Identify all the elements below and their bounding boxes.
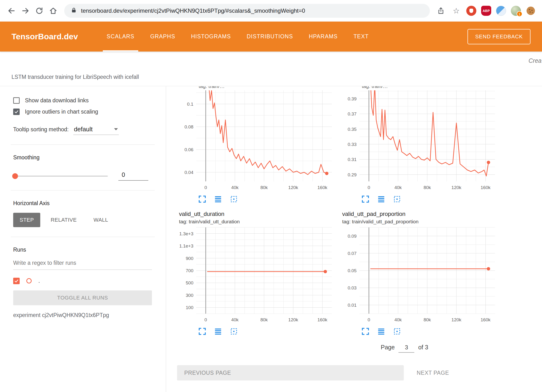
- svg-text:160k: 160k: [481, 317, 491, 322]
- svg-text:120k: 120k: [288, 317, 298, 322]
- chart-cell-top-left: tag: train/… 0.040.060.080.1040k80k120k1…: [177, 86, 340, 204]
- back-icon[interactable]: [6, 6, 17, 16]
- svg-text:0: 0: [204, 317, 207, 322]
- fit-domain-icon[interactable]: [393, 327, 401, 335]
- svg-text:0.39: 0.39: [348, 96, 357, 101]
- chart-canvas[interactable]: 1003005007009001.1e+31.3e+3040k80k120k16…: [177, 226, 335, 324]
- chart-cell-top-right: tag: train/… 0.290.310.330.350.370.39040…: [340, 86, 503, 204]
- tab-graphs[interactable]: GRAPHS: [150, 22, 176, 52]
- profile-avatar[interactable]: 1: [511, 6, 521, 16]
- home-icon[interactable]: [48, 6, 58, 16]
- fit-domain-icon[interactable]: [230, 195, 238, 203]
- settings-sidebar: Show data download links Ignore outliers…: [0, 86, 166, 392]
- show-download-links-label: Show data download links: [25, 97, 89, 104]
- tab-histograms[interactable]: HISTOGRAMS: [190, 22, 231, 52]
- smoothing-slider[interactable]: [13, 176, 108, 177]
- cookie-icon[interactable]: [526, 6, 536, 16]
- chevron-down-icon: [114, 128, 118, 130]
- horizontal-axis-label: Horizontal Axis: [13, 200, 152, 207]
- ignore-outliers-checkbox[interactable]: [13, 109, 20, 115]
- svg-text:40k: 40k: [231, 185, 239, 190]
- tab-text[interactable]: TEXT: [353, 22, 369, 52]
- page-number-input[interactable]: [398, 344, 414, 353]
- ignore-outliers-label: Ignore outliers in chart scaling: [25, 109, 98, 115]
- svg-text:0.37: 0.37: [348, 111, 357, 116]
- url-text[interactable]: tensorboard.dev/experiment/cj2vtPiwQHKN9…: [81, 7, 305, 14]
- expand-chart-icon[interactable]: [361, 327, 369, 335]
- tab-distributions[interactable]: DISTRIBUTIONS: [246, 22, 293, 52]
- next-page-button[interactable]: NEXT PAGE: [412, 365, 454, 380]
- reload-icon[interactable]: [34, 6, 45, 16]
- toggle-y-axis-icon[interactable]: [377, 327, 385, 335]
- chart-canvas[interactable]: 0.290.310.330.350.370.39040k80k120k160k: [340, 89, 498, 192]
- smoothing-label: Smoothing: [13, 154, 152, 161]
- address-bar[interactable]: tensorboard.dev/experiment/cj2vtPiwQHKN9…: [64, 4, 430, 18]
- axis-step-button[interactable]: STEP: [13, 213, 40, 227]
- app-logo[interactable]: TensorBoard.dev: [12, 32, 78, 41]
- svg-text:160k: 160k: [481, 185, 491, 190]
- tab-scalars[interactable]: SCALARS: [106, 22, 135, 52]
- expand-chart-icon[interactable]: [198, 195, 206, 203]
- created-text-partial: Crea: [529, 57, 542, 64]
- svg-text:80k: 80k: [260, 317, 268, 322]
- divider: [11, 237, 155, 237]
- axis-wall-button[interactable]: WALL: [87, 213, 115, 227]
- smoothing-slider-thumb[interactable]: [12, 173, 18, 179]
- svg-text:1.1e+3: 1.1e+3: [179, 243, 193, 248]
- share-icon[interactable]: [436, 6, 446, 16]
- divider: [11, 144, 155, 145]
- send-feedback-button[interactable]: SEND FEEDBACK: [467, 29, 530, 44]
- toggle-y-axis-icon[interactable]: [214, 327, 222, 335]
- svg-text:160k: 160k: [317, 317, 328, 322]
- experiment-subheader: Crea LSTM transducer training for LibriS…: [0, 52, 542, 86]
- divider: [11, 190, 155, 190]
- tooltip-sorting-select[interactable]: default: [73, 126, 119, 135]
- svg-text:0.01: 0.01: [348, 303, 357, 308]
- expand-chart-icon[interactable]: [361, 195, 369, 203]
- runs-regex-input[interactable]: [13, 253, 152, 270]
- browser-chrome: tensorboard.dev/experiment/cj2vtPiwQHKN9…: [0, 0, 542, 22]
- svg-text:0.07: 0.07: [348, 251, 357, 256]
- expand-chart-icon[interactable]: [198, 327, 206, 335]
- svg-text:0.33: 0.33: [348, 142, 357, 147]
- main-nav: SCALARS GRAPHS HISTOGRAMS DISTRIBUTIONS …: [106, 22, 369, 52]
- previous-page-button[interactable]: PREVIOUS PAGE: [177, 365, 404, 380]
- run-checkbox[interactable]: [13, 278, 20, 284]
- runs-label: Runs: [13, 247, 152, 253]
- toggle-all-runs-button[interactable]: TOGGLE ALL RUNS: [13, 290, 152, 305]
- abp-extension-icon[interactable]: ABP: [481, 6, 491, 16]
- svg-text:0: 0: [368, 317, 370, 322]
- svg-text:80k: 80k: [424, 185, 431, 190]
- blue-extension-icon[interactable]: [496, 6, 506, 16]
- svg-text:120k: 120k: [451, 317, 461, 322]
- pagination: Page of 3: [381, 344, 542, 353]
- run-color-swatch[interactable]: [26, 278, 32, 283]
- fit-domain-icon[interactable]: [393, 195, 401, 203]
- svg-text:40k: 40k: [394, 317, 402, 322]
- chart-title-clipped: tag: train/…: [199, 86, 340, 89]
- bookmark-star-icon[interactable]: ☆: [451, 6, 461, 16]
- fit-domain-icon[interactable]: [230, 327, 238, 335]
- chart-cell-valid-utt-duration: valid_utt_duration tag: train/valid_utt_…: [177, 204, 340, 337]
- chart-canvas[interactable]: 0.040.060.080.1040k80k120k160k: [177, 89, 335, 192]
- svg-text:120k: 120k: [288, 185, 298, 190]
- svg-text:0.08: 0.08: [185, 124, 193, 129]
- run-row: .: [13, 277, 152, 284]
- chart-cell-valid-utt-pad-proportion: valid_utt_pad_proportion tag: train/vali…: [340, 204, 503, 337]
- experiment-description: LSTM transducer training for LibriSpeech…: [12, 74, 139, 80]
- forward-icon[interactable]: [20, 6, 31, 16]
- svg-text:80k: 80k: [260, 185, 268, 190]
- chart-subtitle: tag: train/valid_utt_duration: [179, 219, 340, 225]
- chart-title: valid_utt_pad_proportion: [342, 211, 503, 217]
- toggle-y-axis-icon[interactable]: [377, 195, 385, 203]
- show-download-links-checkbox[interactable]: [13, 97, 20, 104]
- chart-canvas[interactable]: 0.010.030.050.070.09040k80k120k160k: [340, 226, 498, 324]
- smoothing-value-input[interactable]: [118, 171, 148, 181]
- svg-text:0.03: 0.03: [348, 285, 357, 290]
- svg-text:500: 500: [186, 280, 193, 285]
- toggle-y-axis-icon[interactable]: [214, 195, 222, 203]
- adblock-extension-icon[interactable]: [466, 6, 476, 16]
- svg-text:160k: 160k: [317, 185, 328, 190]
- tab-hparams[interactable]: HPARAMS: [308, 22, 338, 52]
- axis-relative-button[interactable]: RELATIVE: [44, 213, 83, 227]
